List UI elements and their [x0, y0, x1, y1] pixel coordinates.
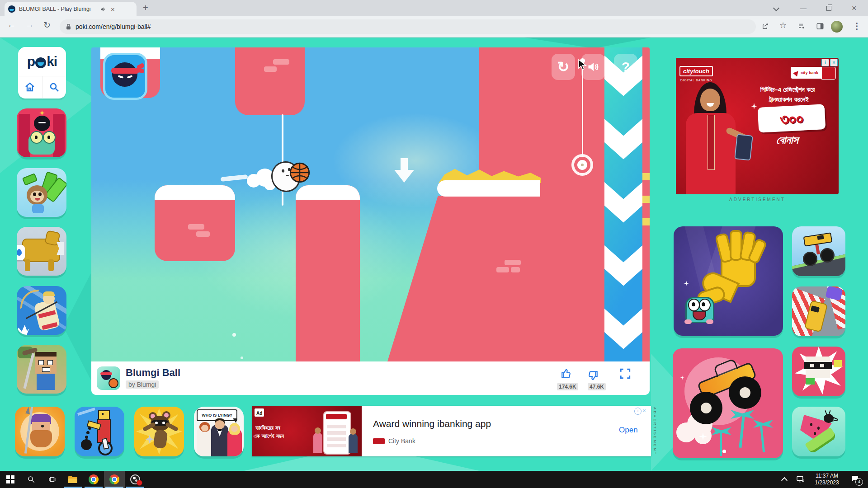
amount-box: ৩০০ — [758, 104, 826, 133]
ad-close-button[interactable]: × — [830, 59, 838, 66]
fullscreen-icon[interactable] — [619, 368, 631, 380]
minimize-icon: — — [800, 5, 807, 12]
restart-button[interactable]: ↻ — [552, 54, 575, 80]
bookmark-star-icon[interactable]: ☆ — [779, 20, 787, 30]
grid-game-pixel-ninja[interactable] — [792, 347, 845, 396]
pillar-floor-left — [155, 185, 235, 261]
rider-eye — [102, 413, 104, 415]
sidebar-game-archer[interactable] — [17, 286, 66, 335]
grid-game-car-race[interactable] — [792, 286, 845, 336]
ad-info-button[interactable]: i — [821, 59, 829, 66]
restore-icon — [826, 6, 831, 11]
likes-count: 174.6K — [557, 383, 578, 390]
tray-clock[interactable]: 11:37 AM1/23/2023 — [809, 471, 844, 488]
thumbs-up-icon[interactable] — [561, 368, 572, 380]
brick-mark — [273, 59, 289, 65]
puzzle-dog-leg — [48, 259, 54, 271]
side-advertisement[interactable]: citytouch DIGITAL BANKING city bank i × … — [676, 58, 839, 194]
citytouch-chip: citytouch — [679, 66, 713, 76]
browser-tab[interactable]: BLUMGI BALL - Play Blumgi × — [5, 2, 137, 16]
brick-mark — [511, 267, 520, 272]
chevron-down-icon — [604, 182, 642, 229]
banner-close-button[interactable]: × — [642, 407, 646, 414]
grid-game-monster-truck-hill[interactable] — [792, 226, 845, 276]
file-explorer-button[interactable] — [62, 471, 83, 488]
recording-dot — [137, 480, 142, 486]
chrome-taskbar-button-active[interactable] — [104, 471, 125, 488]
taskbar-search-button[interactable] — [21, 471, 42, 488]
creature-pupil — [702, 302, 705, 306]
lock-icon — [66, 23, 71, 30]
down-arrow-hint — [393, 157, 415, 183]
game-byline[interactable]: by Blumgi — [126, 380, 159, 389]
puff-circle — [247, 174, 260, 188]
sidebar-game-monkey-money[interactable] — [17, 168, 66, 217]
tray-chevron-button[interactable] — [777, 471, 792, 488]
forward-button[interactable]: → — [25, 20, 34, 30]
puff-streak — [221, 174, 248, 182]
bottom-game-ninja-mouse[interactable] — [134, 407, 184, 456]
bottom-game-who-is-lying[interactable]: WHO IS LYING? — [194, 407, 244, 456]
thumbs-down-icon[interactable] — [587, 370, 599, 381]
pixel-band — [804, 362, 832, 369]
notification-center-button[interactable]: 4 — [844, 471, 868, 488]
url-text: poki.com/en/g/blumgi-ball# — [75, 23, 151, 30]
poki-logo[interactable]: pki — [18, 47, 66, 76]
ad-headline-line2: ট্রানজ্যাকশন করলেই — [744, 96, 834, 103]
chrome-icon — [89, 474, 99, 484]
poki-logo-p: p — [27, 54, 35, 69]
bubble-tail — [233, 418, 237, 423]
profile-avatar[interactable] — [831, 21, 843, 33]
banner-advertisement[interactable]: Ad ব্যাংকিংয়ের সব এক অ্যাপেই সম্ভব Awar… — [252, 406, 651, 456]
search-button[interactable] — [42, 76, 66, 98]
sidebar-game-jigsaw-dog[interactable] — [17, 227, 66, 276]
window-close-button[interactable]: × — [852, 0, 861, 16]
playlist-extension-icon[interactable] — [797, 22, 806, 30]
reload-button[interactable]: ↻ — [43, 20, 51, 30]
help-icon: ? — [622, 59, 630, 75]
ninja-headband — [111, 68, 139, 74]
banner-img-line2: এক অ্যাপেই সম্ভব — [254, 433, 284, 439]
tab-audio-icon[interactable] — [100, 6, 106, 12]
screen: BLUMGI BALL - Play Blumgi × + — × ← → ↻ … — [0, 0, 868, 488]
tray-network-button[interactable] — [792, 471, 809, 488]
monkey-body — [32, 204, 44, 213]
restore-button[interactable] — [826, 0, 835, 16]
home-button[interactable] — [18, 76, 42, 98]
banner-open-button[interactable]: Open — [619, 426, 638, 435]
grid-game-truck-jump[interactable] — [673, 348, 783, 458]
side-panel-icon[interactable] — [816, 22, 824, 30]
back-button[interactable]: ← — [7, 20, 16, 30]
home-icon — [24, 82, 35, 93]
obs-taskbar-button[interactable] — [125, 471, 146, 488]
start-button[interactable] — [0, 471, 21, 488]
brick-mark — [505, 260, 521, 265]
task-view-button[interactable] — [42, 471, 62, 488]
share-icon[interactable] — [761, 22, 769, 30]
spark-icon — [39, 110, 45, 116]
windows-logo-icon — [6, 475, 14, 483]
truck-wheel — [820, 248, 835, 263]
address-bar[interactable]: poki.com/en/g/blumgi-ball# — [60, 19, 756, 34]
tab-close-button[interactable]: × — [111, 5, 115, 13]
sidebar-game-bomb-frog[interactable] — [17, 108, 66, 157]
monkey-eye — [33, 192, 36, 196]
game-title: Blumgi Ball — [126, 367, 180, 379]
help-button[interactable]: ? — [614, 54, 637, 80]
mouse-body — [153, 429, 168, 449]
bottom-game-unicycle[interactable] — [75, 407, 124, 456]
grid-game-grabby-hand[interactable] — [674, 226, 783, 336]
phone-grid — [327, 422, 346, 447]
target-dot — [581, 164, 584, 166]
kebab-menu-icon[interactable]: ⋮ — [853, 21, 861, 31]
minimize-button[interactable]: — — [800, 0, 809, 16]
new-tab-button[interactable]: + — [143, 3, 148, 13]
chevron-down-icon — [773, 5, 779, 11]
chrome-taskbar-button[interactable] — [83, 471, 104, 488]
game-canvas[interactable]: ↻ ? — [91, 47, 650, 361]
banner-info-button[interactable]: i — [634, 408, 642, 415]
browser-menu-chevron[interactable] — [774, 0, 783, 16]
bottom-game-fisherman[interactable] — [15, 407, 65, 456]
grid-game-watermelon-bug[interactable] — [792, 407, 845, 456]
sidebar-game-noob-miner[interactable] — [17, 345, 66, 394]
